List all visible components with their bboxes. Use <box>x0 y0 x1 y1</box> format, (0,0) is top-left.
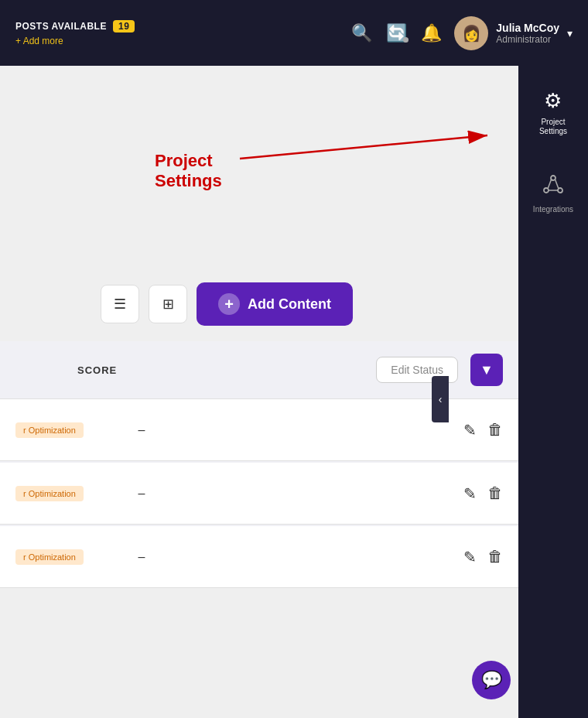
score-column-header: SCORE <box>77 364 117 376</box>
posts-badge: 19 <box>113 20 135 32</box>
edit-icon[interactable]: ✎ <box>463 548 477 566</box>
user-info: Julia McCoy Administrator <box>496 22 559 45</box>
chat-icon: 💬 <box>481 670 502 690</box>
grid-view-icon: ⊞ <box>162 296 174 313</box>
table-row: r Optimization – ✎ 🗑 <box>0 526 518 588</box>
sidebar-integrations-label: Integrations <box>533 205 573 214</box>
gear-icon: ⚙ <box>544 89 562 113</box>
main-container: Project Settings ☰ ⊞ + <box>0 66 588 718</box>
posts-label: POSTS AVAILABLE 19 <box>15 20 135 32</box>
integrations-icon <box>543 175 563 200</box>
delete-icon[interactable]: 🗑 <box>487 421 503 439</box>
filter-icon: ▼ <box>480 362 494 378</box>
grid-view-button[interactable]: ⊞ <box>149 285 187 323</box>
annotation-arrow <box>240 128 518 190</box>
content-area: Project Settings ☰ ⊞ + <box>0 66 518 718</box>
row-actions: ✎ 🗑 <box>463 484 503 503</box>
posts-available-text: POSTS AVAILABLE <box>15 21 107 32</box>
user-name: Julia McCoy <box>496 22 559 34</box>
user-section[interactable]: 👩 Julia McCoy Administrator ▾ <box>454 16 573 50</box>
annotation-overlay: Project Settings <box>155 151 222 192</box>
list-view-icon: ☰ <box>114 296 126 313</box>
add-content-label: Add Content <box>248 296 331 313</box>
filter-button[interactable]: ▼ <box>470 354 503 386</box>
collapse-toggle-button[interactable]: ‹ <box>432 376 449 422</box>
header-icons: 🔍 🔄 🔔 <box>351 23 442 43</box>
row-tag: r Optimization <box>15 422 84 438</box>
chevron-left-icon: ‹ <box>439 393 443 405</box>
svg-line-6 <box>555 180 559 189</box>
toolbar: ☰ ⊞ + Add Content <box>0 267 518 341</box>
row-tag: r Optimization <box>15 549 84 565</box>
row-score: – <box>130 550 153 564</box>
add-content-button[interactable]: + Add Content <box>197 282 353 326</box>
row-tag: r Optimization <box>15 486 84 501</box>
add-more-link[interactable]: + Add more <box>15 36 63 46</box>
chevron-down-icon[interactable]: ▾ <box>567 27 573 39</box>
svg-line-1 <box>240 135 487 159</box>
add-content-plus-icon: + <box>218 293 240 315</box>
annotation-text: Project Settings <box>155 151 222 192</box>
list-view-button[interactable]: ☰ <box>101 285 139 323</box>
table-row: r Optimization – ✎ 🗑 <box>0 463 518 525</box>
row-score: – <box>130 487 153 501</box>
row-actions: ✎ 🗑 <box>463 548 503 566</box>
notifications-icon[interactable]: 🔔 <box>421 23 442 43</box>
refresh-icon[interactable]: 🔄 <box>386 23 407 43</box>
sidebar-item-integrations[interactable]: Integrations <box>527 167 579 222</box>
svg-point-2 <box>551 176 556 180</box>
sidebar-item-project-settings[interactable]: ⚙ ProjectSettings <box>533 81 573 144</box>
delete-icon[interactable]: 🗑 <box>487 484 503 502</box>
row-actions: ✎ 🗑 <box>463 421 503 439</box>
refresh-dot <box>403 37 409 43</box>
search-icon[interactable]: 🔍 <box>351 23 372 43</box>
avatar: 👩 <box>454 16 488 50</box>
right-sidebar: ⚙ ProjectSettings Integrations <box>518 66 588 718</box>
edit-icon[interactable]: ✎ <box>463 421 477 439</box>
user-role: Administrator <box>496 34 559 45</box>
sidebar-project-settings-label: ProjectSettings <box>539 118 567 136</box>
delete-icon[interactable]: 🗑 <box>487 548 503 566</box>
table-rows: r Optimization – ✎ 🗑 r Optimization – ✎ … <box>0 399 518 588</box>
chat-button[interactable]: 💬 <box>472 661 511 699</box>
header: POSTS AVAILABLE 19 + Add more 🔍 🔄 🔔 👩 Ju… <box>0 0 588 66</box>
edit-icon[interactable]: ✎ <box>463 484 477 503</box>
posts-available-section: POSTS AVAILABLE 19 + Add more <box>15 20 135 46</box>
row-score: – <box>130 423 153 437</box>
svg-line-5 <box>548 180 552 189</box>
